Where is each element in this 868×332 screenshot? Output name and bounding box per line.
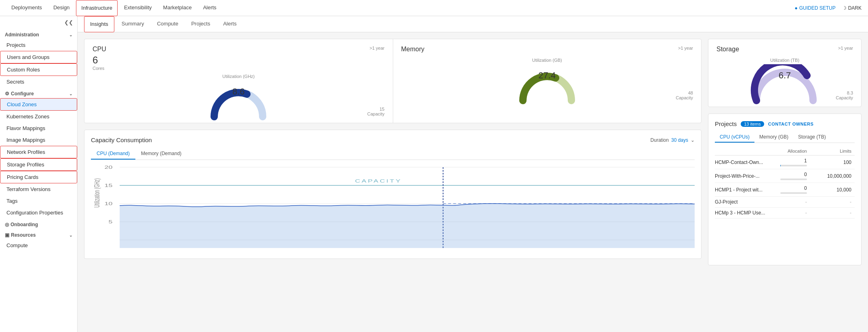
sidebar-item-network-profiles[interactable]: Network Profiles (0, 146, 77, 158)
storage-gauge: Utilization (TB) 6.7 8.3 C (716, 58, 853, 100)
cpu-gauge-panel: CPU 6 Cores >1 year Utilization (GHz) (84, 39, 393, 123)
memory-value: 27.4 (538, 70, 556, 81)
sidebar-section-configure[interactable]: ⚙ Configure ⌄ (0, 88, 77, 98)
projects-tab-storage[interactable]: Storage (TB) (793, 132, 831, 143)
svg-text:CAPACITY: CAPACITY (355, 179, 402, 183)
project-limit: 10,000 (810, 183, 855, 197)
duration-value[interactable]: 30 days (671, 137, 688, 143)
table-row: Project-With-Price-... 0 10,000,000 (715, 169, 855, 183)
circle-icon: ◎ (5, 222, 9, 227)
nav-marketplace[interactable]: Marketplace (158, 0, 197, 16)
sidebar-item-image-mappings[interactable]: Image Mappings (0, 134, 77, 146)
project-name: HCMp 3 - HCMP Use... (715, 208, 780, 219)
svg-text:20: 20 (105, 165, 113, 170)
project-limit: - (810, 197, 855, 208)
col-allocation: Allocation (780, 147, 810, 155)
memory-title: Memory (401, 46, 425, 53)
chart-svg: 20 15 10 5 CAPACITY (91, 163, 695, 252)
memory-capacity-label: Capacity (401, 95, 693, 100)
memory-time-range: >1 year (678, 46, 693, 50)
chart-tab-memory-demand[interactable]: Memory (Demand) (135, 148, 187, 160)
nav-infrastructure[interactable]: Infrastructure (76, 0, 118, 16)
project-allocation: - (780, 197, 810, 208)
storage-title: Storage (716, 46, 739, 53)
sidebar-item-users-groups[interactable]: Users and Groups (0, 51, 77, 63)
projects-panel: Projects 13 items CONTACT OWNERS CPU (vC… (708, 113, 862, 265)
sidebar-section-administration[interactable]: Administration ⌄ (0, 29, 77, 39)
dark-mode-toggle[interactable]: ☽ DARK (842, 5, 862, 11)
memory-capacity: 48 (688, 90, 693, 95)
right-column: Storage >1 year Utilization (TB) 6 (708, 39, 862, 265)
main-left: CPU 6 Cores >1 year Utilization (GHz) (84, 39, 702, 265)
sidebar-section-resources[interactable]: ▣ Resources ⌄ (0, 229, 77, 240)
projects-title: Projects (715, 120, 737, 127)
table-row: GJ-Project - - (715, 197, 855, 208)
sidebar-item-terraform-versions[interactable]: Terraform Versions (0, 183, 77, 195)
cpu-cores-label: Cores (93, 66, 106, 71)
sidebar-item-pricing-cards[interactable]: Pricing Cards (0, 171, 77, 183)
cpu-capacity-label: Capacity (93, 111, 385, 116)
content-area: Insights Summary Compute Projects Alerts (78, 16, 868, 332)
tab-compute[interactable]: Compute (151, 16, 184, 32)
svg-text:10: 10 (105, 202, 113, 206)
storage-capacity-label: Capacity (716, 95, 853, 100)
projects-table: Allocation Limits HCMP-Contact-Own... 1 … (715, 147, 855, 219)
contact-owners-btn[interactable]: CONTACT OWNERS (768, 122, 814, 126)
projects-sub-tabs: CPU (vCPUs) Memory (GB) Storage (TB) (715, 132, 855, 143)
projects-tab-memory[interactable]: Memory (GB) (754, 132, 793, 143)
capacity-consumption-panel: Capacity Consumption Duration 30 days ⌄ … (84, 130, 702, 259)
tab-summary[interactable]: Summary (116, 16, 150, 32)
storage-gauge-panel: Storage >1 year Utilization (TB) 6 (708, 39, 862, 107)
tab-insights[interactable]: Insights (84, 16, 114, 32)
sidebar-item-kubernetes-zones[interactable]: Kubernetes Zones (0, 111, 77, 122)
sidebar-item-flavor-mappings[interactable]: Flavor Mappings (0, 122, 77, 134)
project-name: Project-With-Price-... (715, 169, 780, 183)
nav-design[interactable]: Design (48, 0, 74, 16)
top-nav-items: Deployments Design Infrastructure Extens… (6, 0, 221, 16)
consumption-header: Capacity Consumption Duration 30 days ⌄ (91, 137, 695, 143)
sidebar-item-config-properties[interactable]: Configuration Properties (0, 207, 77, 219)
sidebar-item-secrets[interactable]: Secrets (0, 76, 77, 88)
project-allocation: 0 (780, 183, 810, 197)
duration-label: Duration (651, 137, 669, 143)
tab-alerts[interactable]: Alerts (217, 16, 242, 32)
svg-text:Utilization (GHz): Utilization (GHz) (93, 178, 101, 208)
nav-extensibility[interactable]: Extensibility (119, 0, 157, 16)
svg-text:15: 15 (105, 183, 113, 188)
tab-projects[interactable]: Projects (185, 16, 216, 32)
guided-setup-btn[interactable]: ● GUIDED SETUP (794, 5, 835, 11)
col-project (715, 147, 780, 155)
storage-value: 6.7 (779, 70, 791, 81)
main-inner: CPU 6 Cores >1 year Utilization (GHz) (84, 39, 862, 265)
cpu-capacity: 15 (379, 107, 384, 111)
sidebar-item-custom-roles[interactable]: Custom Roles (0, 63, 77, 76)
chevron-icon: ⌄ (691, 137, 695, 143)
project-allocation: 0 (780, 169, 810, 183)
consumption-title: Capacity Consumption (91, 137, 152, 143)
sidebar-item-tags[interactable]: Tags (0, 195, 77, 207)
projects-tab-cpu[interactable]: CPU (vCPUs) (715, 132, 754, 143)
duration-selector[interactable]: Duration 30 days ⌄ (651, 137, 695, 143)
sidebar-item-storage-profiles[interactable]: Storage Profiles (0, 158, 77, 171)
table-row: HCMp 3 - HCMP Use... - - (715, 208, 855, 219)
sidebar-collapse-btn[interactable]: ❮❮ (0, 16, 77, 29)
nav-alerts[interactable]: Alerts (198, 0, 221, 16)
box-icon: ▣ (5, 232, 9, 238)
cpu-value: 8.6 (232, 86, 245, 97)
gear-icon: ⚙ (5, 91, 9, 97)
sidebar-item-compute[interactable]: Compute (0, 240, 77, 251)
chart-tab-cpu-demand[interactable]: CPU (Demand) (91, 148, 135, 160)
cpu-cores: 6 (93, 55, 98, 65)
project-name: GJ-Project (715, 197, 780, 208)
chevron-down-icon: ⌄ (69, 92, 72, 96)
storage-capacity: 8.3 (847, 90, 853, 95)
sidebar-section-onboarding[interactable]: ◎ Onboarding (0, 219, 77, 229)
table-row: HCMP-Contact-Own... 1 100 (715, 155, 855, 169)
top-nav-right: ● GUIDED SETUP ☽ DARK (794, 5, 862, 11)
nav-deployments[interactable]: Deployments (6, 0, 47, 16)
project-limit: 10,000,000 (810, 169, 855, 183)
project-limit: 100 (810, 155, 855, 169)
sidebar-item-cloud-zones[interactable]: Cloud Zones (0, 98, 77, 111)
chevron-down-icon: ⌄ (69, 233, 72, 237)
sidebar-item-projects[interactable]: Projects (0, 39, 77, 51)
